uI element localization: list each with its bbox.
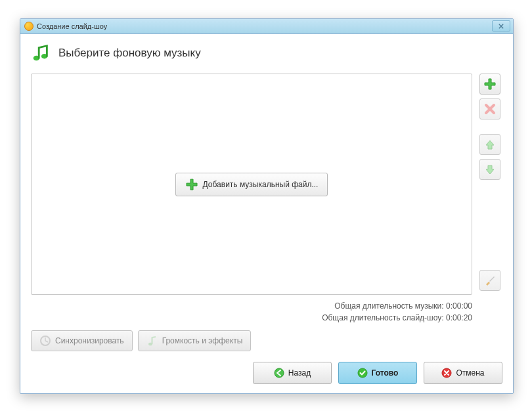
add-button[interactable] <box>479 74 500 95</box>
duration-info: Общая длительность музыки: 0:00:00 Общая… <box>31 300 472 324</box>
done-label: Готово <box>372 368 399 378</box>
brush-icon <box>484 274 496 286</box>
move-down-button <box>479 159 500 180</box>
music-duration-value: 0:00:00 <box>446 301 472 311</box>
titlebar: Создание слайд-шоу <box>20 19 513 34</box>
close-icon <box>499 24 504 29</box>
content-area: Выберите фоновую музыку Добавить музыкал… <box>20 34 513 393</box>
volume-label: Громкость и эффекты <box>162 336 243 345</box>
cancel-button[interactable]: Отмена <box>424 362 502 384</box>
cancel-icon <box>441 368 452 378</box>
done-button[interactable]: Готово <box>338 362 417 384</box>
slideshow-duration-label: Общая длительность слайд-шоу: <box>322 313 443 322</box>
dialog-window: Создание слайд-шоу Выберите фоновую музы… <box>20 18 514 394</box>
page-title: Выберите фоновую музыку <box>58 47 201 60</box>
add-music-file-button[interactable]: Добавить музыкальный файл... <box>175 173 328 196</box>
footer: Назад Готово Отмена <box>31 351 502 384</box>
slideshow-duration-value: 0:00:20 <box>446 313 472 322</box>
svg-point-4 <box>275 368 284 378</box>
move-up-button <box>479 134 500 155</box>
x-icon <box>484 103 496 115</box>
window-title: Создание слайд-шоу <box>37 22 107 30</box>
synchronize-button: Синхронизировать <box>31 330 133 351</box>
music-icon <box>31 43 51 63</box>
volume-effects-button: Громкость и эффекты <box>138 330 252 351</box>
check-icon <box>357 368 368 378</box>
add-music-label: Добавить музыкальный файл... <box>203 180 319 189</box>
music-note-icon <box>146 335 158 347</box>
arrow-up-icon <box>484 139 496 150</box>
plus-icon <box>185 178 198 191</box>
arrow-left-icon <box>274 368 284 378</box>
side-toolbar <box>477 74 502 295</box>
plus-icon <box>483 77 497 91</box>
remove-button <box>479 98 500 120</box>
arrow-down-icon <box>484 163 496 175</box>
options-row: Синхронизировать Громкость и эффекты <box>31 330 502 351</box>
back-button[interactable]: Назад <box>253 362 332 384</box>
back-label: Назад <box>288 368 311 378</box>
music-duration-label: Общая длительность музыки: <box>334 301 443 311</box>
app-icon <box>24 22 33 31</box>
header: Выберите фоновую музыку <box>31 43 502 63</box>
main-area: Добавить музыкальный файл... <box>31 74 502 295</box>
sync-icon <box>39 335 51 347</box>
music-list: Добавить музыкальный файл... <box>31 74 472 295</box>
settings-button <box>479 270 500 291</box>
sync-label: Синхронизировать <box>55 336 124 345</box>
close-button[interactable] <box>492 20 510 32</box>
cancel-label: Отмена <box>456 368 484 378</box>
